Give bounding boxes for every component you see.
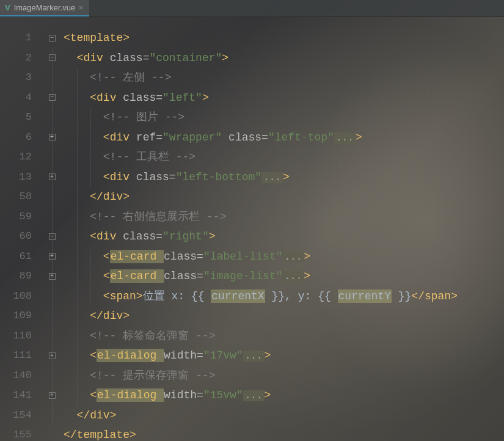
code-line: </div> [64,187,504,207]
vue-icon: V [5,3,10,12]
fold-expand-icon[interactable]: + [49,253,56,260]
code-line: <el-card class="image-list"...> [64,266,504,286]
code-line: <!-- 标签命名弹窗 --> [64,326,504,346]
code-line: <!-- 提示保存弹窗 --> [64,366,504,386]
file-tab[interactable]: V ImageMarker.vue × [0,0,89,16]
line-number: 6 [0,128,40,148]
code-line: <span>位置 x: {{ currentX }}, y: {{ curren… [64,286,504,307]
line-number: 60 [0,227,40,247]
code-line: </div> [64,306,504,326]
fold-expand-icon[interactable]: + [49,352,56,359]
line-number: 155 [0,425,40,441]
line-number: 12 [0,147,40,167]
fold-collapse-icon[interactable]: − [49,233,56,240]
line-number: 1 [0,28,40,48]
line-number: 141 [0,385,40,406]
code-line: <div class="right"> [64,227,504,247]
line-number: 5 [0,108,40,128]
folded-marker[interactable]: ... [243,390,265,401]
code-line: <!-- 左侧 --> [64,68,504,88]
folded-marker[interactable]: ... [283,252,304,263]
line-number: 4 [0,88,40,108]
tab-bar: V ImageMarker.vue × [0,0,504,17]
tab-filename: ImageMarker.vue [14,3,75,12]
code-line: <!-- 图片 --> [64,108,504,128]
fold-collapse-icon[interactable]: − [49,94,56,101]
line-number: 154 [0,406,40,426]
fold-expand-icon[interactable]: + [49,173,56,180]
code-line: <!-- 工具栏 --> [64,147,504,167]
line-number: 111 [0,346,40,366]
line-number: 110 [0,326,40,346]
code-line: <el-dialog width="15vw"...> [64,385,504,406]
folded-marker[interactable]: ... [261,172,283,183]
folded-marker[interactable]: ... [243,351,265,362]
code-line: <template> [64,28,504,48]
gutter: 1 2 3 4 5 6 12 13 58 59 60 61 89 108 109… [0,17,40,441]
code-editor[interactable]: 1 2 3 4 5 6 12 13 58 59 60 61 89 108 109… [0,17,504,441]
code-line: <div class="container"> [64,48,504,68]
line-number: 140 [0,366,40,386]
fold-expand-icon[interactable]: + [49,134,56,140]
code-line: <div ref="wrapper" class="left-top"...> [64,128,504,148]
fold-column: − − − + + − + + + + [40,17,64,441]
code-line: <div class="left"> [64,88,504,108]
fold-collapse-icon[interactable]: − [49,35,56,42]
code-area[interactable]: <template> <div class="container"> <!-- … [64,17,504,441]
code-line: <el-card class="label-list"...> [64,247,504,267]
line-number: 61 [0,247,40,267]
line-number: 59 [0,207,40,227]
code-line: </template> [64,425,504,441]
line-number: 13 [0,167,40,188]
code-line: </div> [64,406,504,426]
fold-expand-icon[interactable]: + [49,273,56,280]
line-number: 3 [0,68,40,88]
close-icon[interactable]: × [79,4,83,12]
folded-marker[interactable]: ... [334,133,356,144]
fold-expand-icon[interactable]: + [49,392,56,399]
line-number: 89 [0,266,40,286]
folded-marker[interactable]: ... [283,271,304,282]
code-line: <div class="left-bottom"...> [64,167,504,188]
line-number: 58 [0,187,40,207]
line-number: 2 [0,48,40,68]
code-line: <el-dialog width="17vw"...> [64,346,504,366]
line-number: 109 [0,306,40,326]
fold-collapse-icon[interactable]: − [49,54,56,61]
line-number: 108 [0,286,40,307]
code-line: <!-- 右侧信息展示栏 --> [64,207,504,227]
